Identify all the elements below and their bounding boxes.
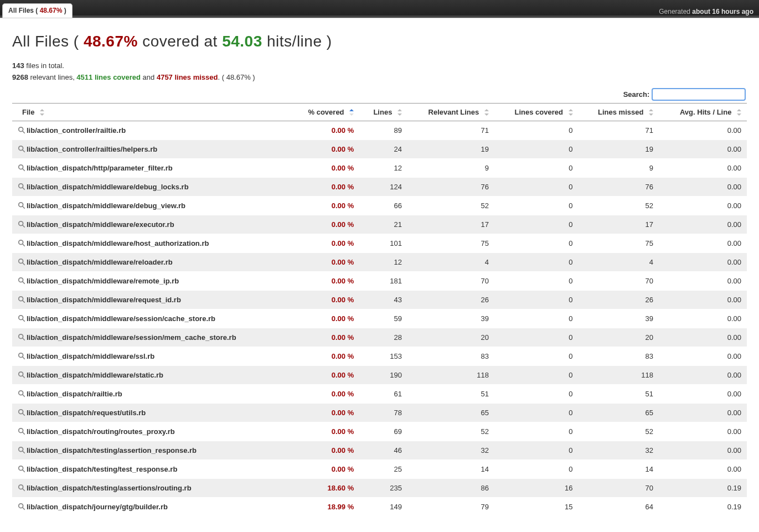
cell-lines-covered: 0	[494, 196, 579, 215]
cell-relevant-lines: 9	[407, 158, 494, 177]
table-row[interactable]: lib/action_dispatch/testing/assertion_re…	[12, 441, 747, 459]
col-lines[interactable]: Lines	[359, 103, 407, 121]
table-row[interactable]: lib/action_dispatch/railtie.rb0.00 %6151…	[12, 384, 747, 403]
cell-file[interactable]: lib/action_dispatch/request/utils.rb	[12, 403, 291, 422]
svg-line-13	[23, 244, 25, 246]
table-row[interactable]: lib/action_dispatch/routing/routes_proxy…	[12, 422, 747, 441]
cell-pct-covered: 0.00 %	[291, 121, 359, 140]
cell-file[interactable]: lib/action_dispatch/testing/assertions/r…	[12, 478, 291, 497]
cell-file[interactable]: lib/action_dispatch/middleware/debug_loc…	[12, 177, 291, 196]
cell-file[interactable]: lib/action_dispatch/middleware/executor.…	[12, 215, 291, 234]
cell-avg-hits: 0.00	[659, 196, 747, 215]
sort-icon	[648, 109, 653, 116]
table-row[interactable]: lib/action_dispatch/http/parameter_filte…	[12, 158, 747, 177]
svg-line-3	[23, 149, 25, 152]
cell-lines-missed: 71	[579, 121, 659, 140]
sort-asc-icon	[348, 109, 354, 116]
cell-file[interactable]: lib/action_dispatch/middleware/host_auth…	[12, 234, 291, 252]
search-row: Search:	[12, 88, 746, 101]
cell-file[interactable]: lib/action_dispatch/routing/routes_proxy…	[12, 422, 291, 441]
generated-prefix: Generated	[659, 8, 692, 16]
cell-lines-missed: 52	[579, 196, 659, 215]
col-avg-hits[interactable]: Avg. Hits / Line	[659, 103, 747, 121]
table-row[interactable]: lib/action_dispatch/journey/gtg/builder.…	[12, 497, 747, 516]
table-row[interactable]: lib/action_dispatch/testing/assertions/r…	[12, 478, 747, 497]
cell-file[interactable]: lib/action_dispatch/middleware/remote_ip…	[12, 271, 291, 290]
cell-file[interactable]: lib/action_dispatch/middleware/debug_vie…	[12, 196, 291, 215]
cell-file[interactable]: lib/action_dispatch/middleware/ssl.rb	[12, 347, 291, 365]
table-row[interactable]: lib/action_dispatch/middleware/host_auth…	[12, 234, 747, 252]
cell-file[interactable]: lib/action_dispatch/http/parameter_filte…	[12, 158, 291, 177]
cell-lines-missed: 118	[579, 365, 659, 384]
cell-relevant-lines: 86	[407, 478, 494, 497]
svg-line-37	[23, 469, 25, 472]
cell-pct-covered: 0.00 %	[291, 328, 359, 347]
table-row[interactable]: lib/action_controller/railtie.rb0.00 %89…	[12, 121, 747, 140]
col-lines-covered[interactable]: Lines covered	[494, 103, 579, 121]
file-path: lib/action_dispatch/middleware/session/c…	[27, 314, 215, 323]
table-row[interactable]: lib/action_dispatch/middleware/session/m…	[12, 328, 747, 347]
coverage-table: File % covered Lines Relevant Lines Line…	[12, 103, 747, 516]
table-row[interactable]: lib/action_dispatch/testing/test_respons…	[12, 459, 747, 478]
search-input[interactable]	[652, 88, 746, 101]
table-row[interactable]: lib/action_dispatch/middleware/session/c…	[12, 309, 747, 328]
cell-pct-covered: 0.00 %	[291, 140, 359, 158]
table-row[interactable]: lib/action_dispatch/middleware/static.rb…	[12, 365, 747, 384]
table-row[interactable]: lib/action_dispatch/middleware/debug_loc…	[12, 177, 747, 196]
table-row[interactable]: lib/action_dispatch/middleware/remote_ip…	[12, 271, 747, 290]
table-row[interactable]: lib/action_dispatch/middleware/ssl.rb0.0…	[12, 347, 747, 365]
generated-time: about 16 hours ago	[692, 8, 753, 16]
table-row[interactable]: lib/action_dispatch/middleware/request_i…	[12, 290, 747, 309]
summary-and: and	[141, 73, 157, 81]
cell-file[interactable]: lib/action_dispatch/middleware/session/c…	[12, 309, 291, 328]
cell-file[interactable]: lib/action_dispatch/middleware/reloader.…	[12, 252, 291, 271]
cell-lines-covered: 0	[494, 422, 579, 441]
cell-lines: 153	[359, 347, 407, 365]
table-row[interactable]: lib/action_controller/railties/helpers.r…	[12, 140, 747, 158]
cell-lines: 21	[359, 215, 407, 234]
table-row[interactable]: lib/action_dispatch/middleware/executor.…	[12, 215, 747, 234]
col-file-label: File	[22, 108, 34, 116]
cell-lines: 190	[359, 365, 407, 384]
file-path: lib/action_dispatch/middleware/debug_loc…	[27, 183, 189, 191]
cell-relevant-lines: 52	[407, 196, 494, 215]
cell-lines-covered: 0	[494, 121, 579, 140]
svg-line-31	[23, 413, 25, 415]
cell-file[interactable]: lib/action_dispatch/testing/assertion_re…	[12, 441, 291, 459]
cell-pct-covered: 0.00 %	[291, 441, 359, 459]
file-path: lib/action_dispatch/middleware/session/m…	[27, 333, 236, 342]
col-lines-missed[interactable]: Lines missed	[579, 103, 659, 121]
magnifier-icon	[18, 296, 25, 303]
table-row[interactable]: lib/action_dispatch/middleware/reloader.…	[12, 252, 747, 271]
table-row[interactable]: lib/action_dispatch/request/utils.rb0.00…	[12, 403, 747, 422]
cell-relevant-lines: 75	[407, 234, 494, 252]
col-pct-covered[interactable]: % covered	[291, 103, 359, 121]
title-pct: 48.67%	[84, 33, 138, 50]
cell-file[interactable]: lib/action_dispatch/journey/gtg/builder.…	[12, 497, 291, 516]
cell-avg-hits: 0.00	[659, 328, 747, 347]
col-file[interactable]: File	[12, 103, 291, 121]
cell-avg-hits: 0.00	[659, 290, 747, 309]
cell-avg-hits: 0.00	[659, 158, 747, 177]
sort-icon	[736, 109, 741, 116]
col-relevant-lines[interactable]: Relevant Lines	[407, 103, 494, 121]
cell-file[interactable]: lib/action_dispatch/testing/test_respons…	[12, 459, 291, 478]
col-avg-label: Avg. Hits / Line	[680, 108, 731, 116]
cell-lines-covered: 0	[494, 403, 579, 422]
magnifier-icon	[18, 126, 25, 134]
sort-icon	[483, 109, 489, 116]
cell-file[interactable]: lib/action_dispatch/railtie.rb	[12, 384, 291, 403]
cell-pct-covered: 18.60 %	[291, 478, 359, 497]
cell-file[interactable]: lib/action_dispatch/middleware/static.rb	[12, 365, 291, 384]
tab-all-files[interactable]: All Files ( 48.67% )	[2, 3, 73, 18]
cell-lines: 12	[359, 252, 407, 271]
cell-file[interactable]: lib/action_controller/railties/helpers.r…	[12, 140, 291, 158]
cell-file[interactable]: lib/action_controller/railtie.rb	[12, 121, 291, 140]
table-row[interactable]: lib/action_dispatch/middleware/debug_vie…	[12, 196, 747, 215]
cell-file[interactable]: lib/action_dispatch/middleware/request_i…	[12, 290, 291, 309]
cell-lines-covered: 0	[494, 177, 579, 196]
cell-file[interactable]: lib/action_dispatch/middleware/session/m…	[12, 328, 291, 347]
summary-relevant-count: 9268	[12, 73, 28, 81]
col-pct-label: % covered	[308, 108, 344, 116]
cell-relevant-lines: 32	[407, 441, 494, 459]
